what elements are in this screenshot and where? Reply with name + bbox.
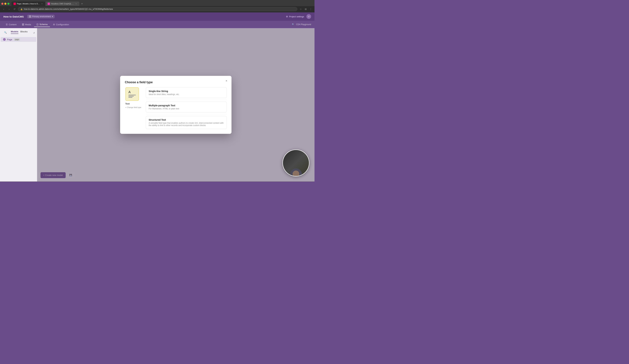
- person-silhouette: [283, 150, 309, 176]
- sidebar-tabs: Models Blocks: [9, 30, 29, 34]
- field-type-label: Text: [125, 102, 141, 105]
- webcam-video: [283, 150, 309, 176]
- sidebar-reload-button[interactable]: ↺: [33, 32, 35, 34]
- media-icon: 🖼: [22, 23, 24, 26]
- tab-close-1[interactable]: ×: [41, 2, 43, 5]
- nav-label-media: Media: [25, 23, 31, 26]
- main-area: 🔍 Models Blocks ↺ Page page: [0, 28, 314, 182]
- browser-actions: ☆ ⊞ ⋮: [299, 7, 313, 11]
- app-container: How to DatoCMS Primary environment ▾ ⚙ P…: [0, 12, 314, 182]
- browser-tab-1[interactable]: Page | Models | How to Dato... ×: [11, 1, 45, 6]
- sidebar-header: 🔍 Models Blocks ↺: [0, 30, 37, 36]
- sidebar: 🔍 Models Blocks ↺ Page page: [0, 28, 37, 182]
- sidebar-tab-models[interactable]: Models: [11, 30, 18, 34]
- field-option-multi-paragraph[interactable]: Multiple-paragraph Text For Markdown, HT…: [146, 102, 227, 112]
- schema-icon: ◫: [36, 23, 38, 26]
- maximize-window-button[interactable]: [7, 3, 9, 5]
- modal-title: Choose a field type: [125, 81, 153, 84]
- settings-icon: ⚙: [286, 15, 288, 18]
- environment-badge[interactable]: Primary environment ▾: [27, 15, 55, 18]
- nav-label-content: Content: [9, 23, 16, 26]
- tab-label-2: Headless CMS GraphQL - Tr...: [51, 3, 74, 5]
- choose-field-type-modal: × Choose a field type A: [120, 76, 231, 134]
- modal-close-button[interactable]: ×: [224, 79, 229, 83]
- person-head: [293, 171, 299, 177]
- nav-item-media[interactable]: 🖼 Media: [19, 22, 33, 27]
- extension-button[interactable]: ⊞: [304, 7, 308, 11]
- nav-item-content[interactable]: ☰ Content: [3, 22, 19, 27]
- top-nav-left: How to DatoCMS Primary environment ▾: [3, 15, 55, 18]
- tab-favicon-2: [48, 2, 50, 5]
- environment-label: Primary environment: [32, 15, 51, 18]
- back-button[interactable]: ‹: [2, 7, 6, 11]
- modal-title-container: Choose a field type: [125, 81, 153, 88]
- search-icon[interactable]: 🔍: [292, 23, 295, 26]
- config-icon: ⚙: [53, 23, 55, 26]
- single-line-title: Single-line String: [149, 90, 224, 92]
- icon-bar-long: [128, 95, 136, 95]
- sidebar-item-page[interactable]: Page page: [1, 37, 36, 42]
- icon-bar-short: [128, 97, 133, 98]
- single-line-desc: Ideal for short titles, headings, etc.: [149, 93, 224, 95]
- address-bar-row: ‹ › ↺ 🔒 how-to-datocms.admin.datocms.com…: [0, 6, 314, 12]
- sidebar-search-area: 🔍: [2, 30, 9, 35]
- secondary-nav-right: 🔍 CDA Playground: [292, 23, 311, 26]
- forward-button[interactable]: ›: [7, 7, 11, 11]
- text-field-icon: A: [128, 90, 136, 98]
- sidebar-tab-blocks[interactable]: Blocks: [20, 30, 28, 34]
- close-window-button[interactable]: [1, 3, 3, 5]
- field-option-structured[interactable]: Structured Text A versatile field type t…: [146, 116, 227, 129]
- icon-lines: [128, 95, 136, 98]
- secondary-nav-left: ☰ Content 🖼 Media ◫ Schema ⚙ Configurati…: [3, 22, 71, 27]
- nav-label-configuration: Configuration: [56, 23, 69, 26]
- sidebar-search-icon: 🔍: [4, 31, 7, 34]
- page-model-badge: page: [14, 38, 19, 41]
- multi-paragraph-title: Multiple-paragraph Text: [149, 104, 224, 107]
- secondary-nav: ☰ Content 🖼 Media ◫ Schema ⚙ Configurati…: [0, 21, 314, 28]
- content-area: different fields we should present to ed…: [37, 28, 314, 182]
- change-field-type-link[interactable]: « Change field type: [125, 106, 141, 108]
- structured-title: Structured Text: [149, 118, 224, 121]
- chevron-down-icon: ▾: [52, 15, 53, 18]
- nav-item-schema[interactable]: ◫ Schema: [34, 22, 50, 27]
- tab-label-1: Page | Models | How to Dato...: [17, 3, 40, 5]
- project-settings-button[interactable]: ⚙ Project settings: [286, 15, 304, 18]
- icon-bar-medium: [128, 96, 134, 96]
- project-settings-label: Project settings: [289, 15, 304, 18]
- content-icon: ☰: [6, 23, 8, 26]
- address-text: how-to-datocms.admin.datocms.com/schema/…: [24, 8, 113, 10]
- user-avatar[interactable]: U: [307, 14, 311, 19]
- browser-tab-2[interactable]: Headless CMS GraphQL - Tr... ×: [46, 1, 79, 6]
- structured-desc: A versatile field type that enables auth…: [149, 122, 224, 127]
- tab-bar: Page | Models | How to Dato... × Headles…: [0, 0, 314, 6]
- nav-label-schema: Schema: [39, 23, 48, 26]
- bookmark-button[interactable]: ☆: [299, 7, 303, 11]
- new-tab-button[interactable]: +: [80, 1, 84, 6]
- field-options-list: Single-line String Ideal for short title…: [146, 81, 227, 129]
- field-option-single-line[interactable]: Single-line String Ideal for short title…: [146, 87, 227, 98]
- minimize-window-button[interactable]: [4, 3, 6, 5]
- traffic-lights: [1, 3, 9, 5]
- tab-favicon-1: [13, 2, 16, 5]
- nav-item-configuration[interactable]: ⚙ Configuration: [51, 22, 71, 27]
- tab-close-2[interactable]: ×: [75, 2, 77, 5]
- top-nav-right: ⚙ Project settings U: [286, 14, 311, 19]
- field-type-panel: A Text « Change field type: [125, 81, 142, 129]
- cda-playground-label[interactable]: CDA Playground: [296, 23, 311, 26]
- server-icon: [29, 15, 31, 18]
- app-logo[interactable]: How to DatoCMS: [3, 15, 24, 18]
- webcam-bubble: [283, 150, 310, 177]
- browser-chrome: Page | Models | How to Dato... × Headles…: [0, 0, 314, 12]
- divider-1: [146, 100, 227, 100]
- address-bar[interactable]: 🔒 how-to-datocms.admin.datocms.com/schem…: [18, 7, 297, 11]
- top-nav: How to DatoCMS Primary environment ▾ ⚙ P…: [0, 12, 314, 21]
- page-model-label: Page: [7, 38, 12, 41]
- modal-overlay: × Choose a field type A: [37, 28, 314, 182]
- letter-a-icon: A: [128, 90, 131, 94]
- reload-button[interactable]: ↺: [12, 7, 16, 11]
- menu-button[interactable]: ⋮: [309, 7, 313, 11]
- page-model-icon: [3, 38, 6, 41]
- multi-paragraph-desc: For Markdown, HTML or plain text: [149, 107, 224, 110]
- field-type-icon-box: A: [125, 87, 139, 101]
- ssl-lock-icon: 🔒: [20, 8, 23, 10]
